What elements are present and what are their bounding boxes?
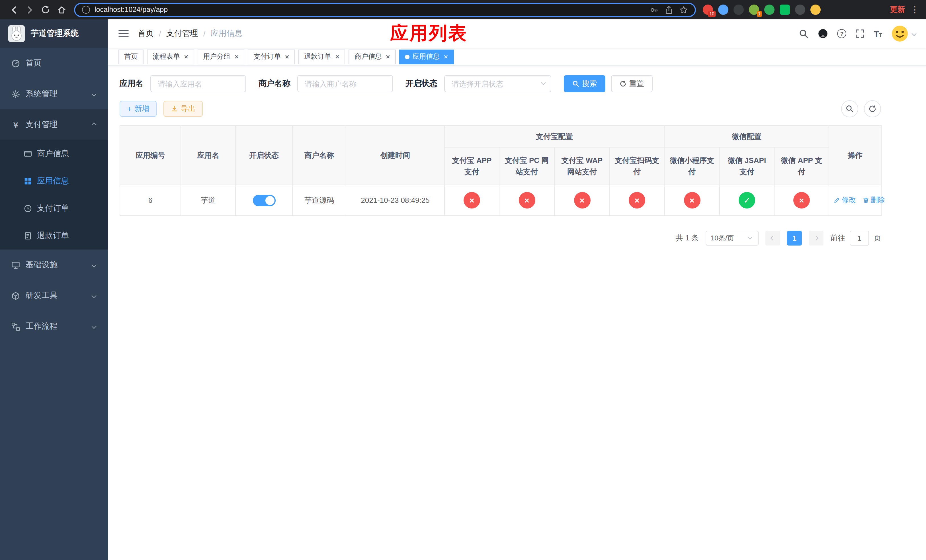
- browser-extensions: 101: [703, 5, 821, 15]
- merchant-name-input[interactable]: [297, 75, 393, 92]
- tab-label: 用户分组: [203, 52, 230, 62]
- monitor-icon: [11, 260, 20, 269]
- sidebar-item-pay-order[interactable]: 支付订单: [0, 195, 108, 222]
- chevron-up-icon: [92, 123, 97, 127]
- sidebar-item-system[interactable]: 系统管理: [0, 79, 108, 109]
- sidebar-item-payment[interactable]: ¥ 支付管理: [0, 109, 108, 140]
- sidebar-item-dev-tools[interactable]: 研发工具: [0, 280, 108, 311]
- cell-merchant: 芋道源码: [292, 185, 346, 216]
- extension-icon[interactable]: 10: [703, 5, 713, 15]
- col-app-name: 应用名: [181, 126, 236, 185]
- app-name-label: 应用名: [120, 79, 144, 89]
- extension-icon[interactable]: [734, 5, 744, 15]
- wx-mini-status-icon: ×: [684, 192, 700, 209]
- reset-button[interactable]: 重置: [611, 75, 653, 92]
- reload-icon[interactable]: [38, 2, 53, 18]
- sidebar-item-app-info[interactable]: 应用信息: [0, 168, 108, 195]
- close-icon[interactable]: ×: [336, 53, 340, 61]
- close-icon[interactable]: ×: [386, 53, 390, 61]
- toggle-search-button[interactable]: [841, 100, 858, 117]
- edit-link[interactable]: 修改: [834, 195, 856, 205]
- address-bar[interactable]: i localhost:1024/pay/app: [74, 3, 696, 17]
- password-key-icon[interactable]: [650, 5, 658, 14]
- forward-icon[interactable]: [22, 2, 38, 18]
- app-name-input[interactable]: [150, 75, 246, 92]
- browser-menu-icon[interactable]: ⋮: [911, 5, 919, 15]
- breadcrumb-payment[interactable]: 支付管理: [166, 29, 198, 39]
- sidebar-item-label: 工作流程: [26, 321, 57, 331]
- site-info-icon[interactable]: i: [82, 6, 90, 14]
- search-button[interactable]: 搜索: [564, 75, 605, 92]
- status-toggle[interactable]: [253, 195, 275, 206]
- status-select-input[interactable]: [444, 75, 551, 92]
- tab-process-form[interactable]: 流程表单×: [147, 49, 194, 64]
- refresh-table-button[interactable]: [864, 100, 881, 117]
- delete-link[interactable]: 删除: [862, 195, 885, 205]
- col-status: 开启状态: [236, 126, 292, 185]
- tab-refund-order[interactable]: 退款订单×: [298, 49, 345, 64]
- back-icon[interactable]: [6, 2, 22, 18]
- extension-icon[interactable]: 1: [749, 5, 759, 15]
- sidebar-item-merchant-info[interactable]: 商户信息: [0, 140, 108, 168]
- chevron-down-icon: [92, 294, 97, 298]
- screen: i localhost:1024/pay/app 101 更新 ⋮: [0, 0, 926, 560]
- pagination: 共 1 条 10条/页 1 前往 页: [120, 231, 881, 245]
- plus-icon: +: [127, 105, 132, 113]
- next-page-button[interactable]: [809, 231, 823, 245]
- sidebar-item-home[interactable]: 首页: [0, 48, 108, 79]
- export-button[interactable]: 导出: [163, 101, 203, 117]
- tab-user-group[interactable]: 用户分组×: [197, 49, 244, 64]
- close-icon[interactable]: ×: [235, 53, 239, 61]
- url-text[interactable]: localhost:1024/pay/app: [95, 6, 645, 14]
- chevron-down-icon: [912, 31, 917, 36]
- tab-label: 商户信息: [354, 52, 382, 62]
- refresh-icon: [869, 105, 876, 113]
- wx-jsapi-status-icon: ✓: [738, 192, 755, 209]
- tab-pay-order[interactable]: 支付订单×: [248, 49, 295, 64]
- hamburger-icon[interactable]: [118, 29, 129, 38]
- close-icon[interactable]: ×: [184, 53, 188, 61]
- col-alipay-app: 支付宝 APP 支付: [445, 147, 499, 185]
- chevron-down-icon: [92, 92, 97, 97]
- fullscreen-icon[interactable]: [856, 29, 865, 38]
- alipay-scan-status-icon: ×: [629, 192, 645, 209]
- status-select[interactable]: [444, 75, 551, 92]
- search-icon[interactable]: [799, 29, 809, 38]
- user-avatar-menu[interactable]: [891, 25, 916, 42]
- tab-app-info[interactable]: 应用信息×: [399, 49, 454, 64]
- add-button[interactable]: + 新增: [120, 101, 157, 117]
- sidebar-item-label: 退款订单: [37, 231, 69, 241]
- bookmark-star-icon[interactable]: [679, 5, 688, 14]
- tab-home[interactable]: 首页: [118, 49, 144, 64]
- goto-label: 前往: [830, 233, 845, 243]
- help-icon[interactable]: ?: [837, 29, 847, 38]
- sidebar-item-workflow[interactable]: 工作流程: [0, 311, 108, 342]
- page-size-select[interactable]: 10条/页: [706, 231, 758, 245]
- share-icon[interactable]: [664, 5, 673, 14]
- tab-merchant-info[interactable]: 商户信息×: [349, 49, 396, 64]
- extension-icon[interactable]: [764, 5, 775, 15]
- prev-page-button[interactable]: [766, 231, 780, 245]
- github-icon[interactable]: [818, 29, 828, 39]
- breadcrumb-current: 应用信息: [211, 29, 243, 39]
- refresh-icon: [620, 80, 626, 87]
- close-icon[interactable]: ×: [285, 53, 289, 61]
- extension-icon[interactable]: [810, 5, 821, 15]
- font-size-icon[interactable]: TT: [874, 29, 882, 38]
- goto-page-input[interactable]: [850, 231, 869, 245]
- home-icon[interactable]: [53, 2, 70, 18]
- breadcrumb-home[interactable]: 首页: [138, 29, 154, 39]
- sidebar-item-label: 研发工具: [26, 291, 57, 301]
- app-logo-row[interactable]: 芋道管理系统: [0, 20, 108, 48]
- extension-icon[interactable]: [780, 5, 790, 15]
- page-number-button[interactable]: 1: [787, 231, 802, 245]
- chevron-right-icon: [814, 236, 819, 241]
- extension-icon[interactable]: [718, 5, 728, 15]
- sidebar-item-refund-order[interactable]: 退款订单: [0, 222, 108, 250]
- grid-icon: [24, 177, 32, 185]
- col-create-time: 创建时间: [346, 126, 445, 185]
- browser-update-button[interactable]: 更新: [890, 5, 905, 15]
- extension-icon[interactable]: [795, 5, 805, 15]
- sidebar-item-infrastructure[interactable]: 基础设施: [0, 250, 108, 280]
- close-icon[interactable]: ×: [443, 53, 448, 61]
